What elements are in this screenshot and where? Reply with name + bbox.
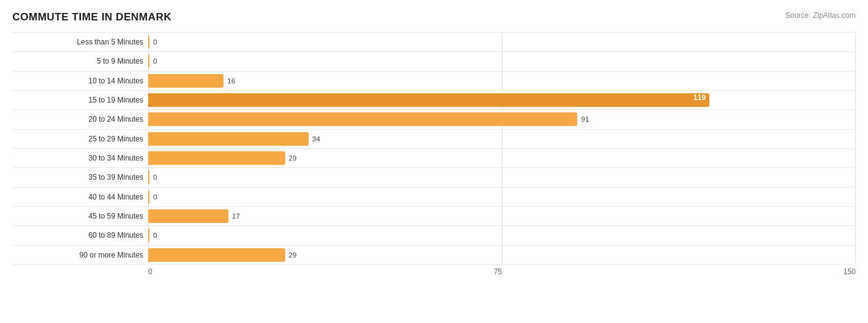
bar-fill — [148, 35, 149, 49]
bar-value: 29 — [289, 251, 297, 259]
rows-area: Less than 5 Minutes05 to 9 Minutes010 to… — [12, 32, 856, 265]
bar-row: 35 to 39 Minutes0 — [12, 167, 856, 187]
bar-row: 15 to 19 Minutes119 — [12, 90, 856, 109]
bar-track: 119 — [148, 93, 856, 107]
bar-fill: 119 — [148, 93, 709, 107]
bar-fill — [148, 132, 309, 146]
bar-track: 0 — [148, 170, 856, 184]
bar-track: 0 — [148, 229, 856, 242]
bar-row: 30 to 34 Minutes29 — [12, 148, 856, 167]
bar-fill — [148, 248, 285, 262]
bar-value: 0 — [153, 193, 157, 201]
bar-track: 29 — [148, 248, 856, 262]
x-axis-label: 0 — [148, 267, 152, 276]
bar-value: 0 — [153, 38, 157, 46]
bar-fill — [148, 229, 149, 242]
bar-row: 90 or more Minutes29 — [12, 245, 856, 265]
bar-value: 0 — [153, 174, 157, 181]
bar-fill — [148, 74, 223, 88]
x-axis: 075150 — [148, 265, 856, 276]
bar-row: 45 to 59 Minutes17 — [12, 206, 856, 225]
chart-header: COMMUTE TIME IN DENMARK Source: ZipAtlas… — [12, 11, 856, 23]
row-label: 15 to 19 Minutes — [12, 96, 148, 104]
bar-value: 16 — [227, 77, 235, 85]
bar-value: 34 — [312, 135, 320, 143]
row-label: 5 to 9 Minutes — [12, 57, 148, 65]
row-label: Less than 5 Minutes — [12, 38, 148, 46]
chart-area: Less than 5 Minutes05 to 9 Minutes010 to… — [12, 32, 856, 276]
row-label: 20 to 24 Minutes — [12, 115, 148, 124]
bar-value: 29 — [289, 154, 297, 162]
bar-track: 0 — [148, 190, 856, 204]
bar-fill — [148, 151, 285, 165]
bar-fill — [148, 190, 149, 204]
chart-source: Source: ZipAtlas.com — [785, 11, 856, 20]
row-label: 25 to 29 Minutes — [12, 135, 148, 143]
bar-track: 17 — [148, 209, 856, 223]
bar-fill — [148, 112, 577, 126]
bar-row: Less than 5 Minutes0 — [12, 32, 856, 51]
bar-row: 20 to 24 Minutes91 — [12, 109, 856, 128]
bar-track: 0 — [148, 35, 856, 49]
bar-value-inside: 119 — [693, 93, 706, 102]
row-label: 10 to 14 Minutes — [12, 77, 148, 85]
x-axis-label: 150 — [843, 267, 856, 276]
bar-fill — [148, 170, 149, 184]
bar-track: 0 — [148, 54, 856, 68]
bar-value: 17 — [232, 212, 240, 220]
bar-row: 10 to 14 Minutes16 — [12, 71, 856, 90]
bar-fill — [148, 54, 149, 68]
bar-row: 5 to 9 Minutes0 — [12, 51, 856, 70]
bar-row: 25 to 29 Minutes34 — [12, 129, 856, 148]
row-label: 40 to 44 Minutes — [12, 193, 148, 201]
bar-fill — [148, 209, 228, 223]
bar-value: 91 — [581, 115, 589, 123]
row-label: 35 to 39 Minutes — [12, 173, 148, 182]
chart-title: COMMUTE TIME IN DENMARK — [12, 11, 172, 23]
row-label: 60 to 89 Minutes — [12, 231, 148, 240]
bar-track: 34 — [148, 132, 856, 146]
x-axis-label: 75 — [494, 267, 502, 276]
row-label: 45 to 59 Minutes — [12, 212, 148, 220]
bar-track: 91 — [148, 112, 856, 126]
bar-row: 40 to 44 Minutes0 — [12, 187, 856, 206]
bar-track: 16 — [148, 74, 856, 88]
chart-container: COMMUTE TIME IN DENMARK Source: ZipAtlas… — [0, 0, 868, 323]
row-label: 90 or more Minutes — [12, 251, 148, 259]
row-label: 30 to 34 Minutes — [12, 154, 148, 162]
bar-value: 0 — [153, 57, 157, 65]
bar-value: 0 — [153, 232, 157, 239]
bar-track: 29 — [148, 151, 856, 165]
bar-row: 60 to 89 Minutes0 — [12, 225, 856, 245]
